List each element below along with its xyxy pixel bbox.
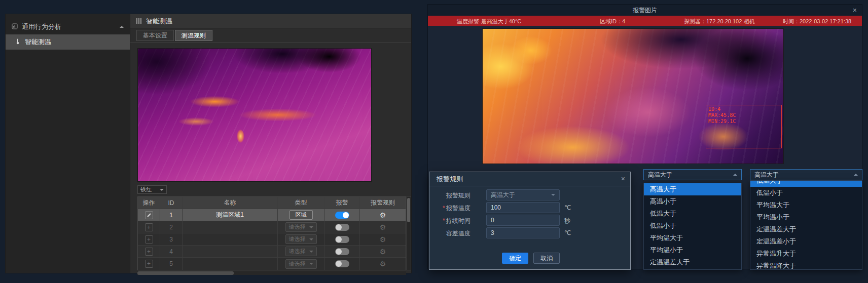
table-row[interactable]: 1 测温区域1 区域 ⚙: [138, 209, 406, 221]
option-item[interactable]: 低温小于: [644, 220, 741, 232]
type-chip[interactable]: 区域: [290, 210, 313, 220]
row-name: [183, 258, 278, 270]
chevron-down-icon: [309, 238, 313, 240]
close-icon[interactable]: ×: [621, 175, 625, 182]
gear-icon: ⚙: [380, 248, 386, 255]
option-item[interactable]: 平均温小于: [644, 244, 741, 256]
window-titlebar: 报警图片 ×: [428, 5, 862, 16]
chevron-down-icon: [160, 189, 164, 191]
edit-icon[interactable]: [145, 211, 153, 219]
option-item[interactable]: 异常温升大于: [750, 248, 862, 260]
alarm-toggle[interactable]: [335, 236, 349, 243]
alarm-toggle[interactable]: [335, 224, 349, 231]
option-item[interactable]: 定温温差小于: [644, 268, 741, 270]
alarm-alert-bar: 温度报警-最高温大于40°C 区域ID：4 探测器：172.20.20.102 …: [428, 16, 862, 26]
region-annotation-box: ID:4 MAX:45.8C MIN:29.1C: [706, 105, 782, 148]
row-name: [183, 221, 278, 233]
option-item[interactable]: 低温大于: [750, 180, 862, 187]
chevron-down-icon: [309, 251, 313, 253]
tab-basic-settings[interactable]: 基本设置: [136, 30, 174, 41]
gear-icon[interactable]: ⚙: [380, 212, 386, 219]
column-header: 操作: [138, 197, 160, 209]
alarm-temperature-input[interactable]: [486, 202, 560, 213]
table-row[interactable]: + 2 请选择 ⚙: [138, 221, 406, 233]
column-header: 报警: [324, 197, 360, 209]
gear-icon: ⚙: [380, 236, 386, 243]
type-select: 请选择: [285, 222, 317, 232]
smart-thermometry-window: 通用行为分析 智能测温 智能测温 基本设置 测温规则: [5, 14, 412, 273]
alarm-toggle[interactable]: [335, 212, 349, 219]
chevron-up-icon: [120, 26, 124, 28]
desktop: 通用行为分析 智能测温 智能测温 基本设置 测温规则: [0, 0, 868, 283]
alarm-toggle[interactable]: [335, 248, 349, 255]
field-label: 报警规则: [446, 192, 471, 199]
annotation-max: MAX:45.8C: [708, 112, 779, 118]
option-item[interactable]: 低温小于: [750, 187, 862, 199]
row-id: 3: [160, 233, 183, 245]
form-row: *持续时间 秒: [429, 215, 630, 226]
type-select: 请选择: [285, 259, 317, 269]
window-title: 报警图片: [633, 6, 657, 15]
row-name: 测温区域1: [183, 209, 278, 221]
table-row[interactable]: + 3 请选择 ⚙: [138, 233, 406, 246]
column-header: 类型: [278, 197, 324, 209]
column-header: ID: [160, 197, 183, 209]
type-select: 请选择: [285, 247, 317, 256]
duration-input[interactable]: [486, 215, 560, 226]
rule-options-list-left: 高温大于 高温小于 低温大于 低温小于 平均温大于 平均温小于 定温温差大于 定…: [643, 183, 742, 270]
option-item[interactable]: 异常温降大于: [750, 260, 862, 270]
annotation-min: MIN:29.1C: [708, 118, 779, 125]
option-item[interactable]: 平均温小于: [750, 211, 862, 223]
thermal-preview-image: [137, 48, 372, 182]
ok-button[interactable]: 确定: [502, 253, 528, 264]
alarm-toggle[interactable]: [335, 260, 349, 267]
sidebar-item-behavior-analysis[interactable]: 通用行为分析: [6, 19, 130, 34]
unit-label: ℃: [564, 229, 571, 236]
rule-type-select-left[interactable]: 高温大于: [643, 169, 742, 180]
column-header: 名称: [183, 197, 278, 209]
alarm-detector: 探测器：172.20.20.102 相机: [684, 18, 754, 25]
option-item[interactable]: 定温温差大于: [644, 256, 741, 268]
row-id: 2: [160, 221, 183, 233]
tab-thermometry-rules[interactable]: 测温规则: [175, 30, 212, 41]
sidebar-item-smart-thermometry[interactable]: 智能测温: [6, 34, 130, 50]
table-row[interactable]: + 4 请选择 ⚙: [138, 246, 406, 258]
add-icon[interactable]: +: [145, 248, 153, 256]
gear-icon: ⚙: [380, 224, 386, 231]
option-item[interactable]: 定温温差大于: [750, 223, 862, 235]
alarm-rule-select[interactable]: 高温大于: [486, 189, 560, 200]
table-horizontal-scrollbar[interactable]: [137, 271, 406, 275]
table-vertical-scrollbar[interactable]: [406, 196, 411, 270]
main-panel: 智能测温 基本设置 测温规则 铁红 操作 ID 名称 类型: [130, 14, 411, 273]
row-id: 5: [160, 258, 183, 270]
rule-type-select-right[interactable]: 高温大于: [750, 169, 862, 180]
close-icon[interactable]: ×: [853, 7, 857, 14]
tolerance-temperature-input[interactable]: [486, 227, 560, 238]
gear-icon: ⚙: [380, 260, 386, 267]
alarm-region-id: 区域ID：4: [600, 18, 625, 25]
option-item[interactable]: 高温大于: [644, 183, 741, 195]
type-select: 请选择: [285, 234, 317, 244]
option-item[interactable]: 平均温大于: [750, 199, 862, 211]
row-id: 1: [160, 209, 183, 221]
add-icon[interactable]: +: [145, 223, 153, 231]
unit-label: ℃: [564, 204, 571, 211]
alarm-thermal-image: ID:4 MAX:45.8C MIN:29.1C: [482, 28, 784, 164]
form-row: *容差温度 ℃: [429, 227, 630, 238]
form-row: *报警规则 高温大于: [429, 189, 630, 200]
menu-bars-icon: [136, 18, 141, 24]
cancel-button[interactable]: 取消: [533, 253, 560, 264]
row-id: 4: [160, 246, 183, 257]
table-row[interactable]: + 5 请选择 ⚙: [138, 258, 406, 270]
palette-select[interactable]: 铁红: [137, 185, 167, 194]
option-item[interactable]: 低温大于: [644, 208, 741, 220]
add-icon[interactable]: +: [145, 260, 153, 268]
row-name: [183, 233, 278, 245]
table-header-row: 操作 ID 名称 类型 报警 报警规则: [138, 197, 406, 209]
regions-table: 操作 ID 名称 类型 报警 报警规则 1: [137, 196, 406, 270]
option-item[interactable]: 定温温差小于: [750, 235, 862, 248]
add-icon[interactable]: +: [145, 235, 153, 244]
option-item[interactable]: 平均温大于: [644, 232, 741, 244]
option-item[interactable]: 高温小于: [644, 195, 741, 208]
alarm-time: 时间：2022-03-02 17:21:38: [783, 18, 851, 25]
